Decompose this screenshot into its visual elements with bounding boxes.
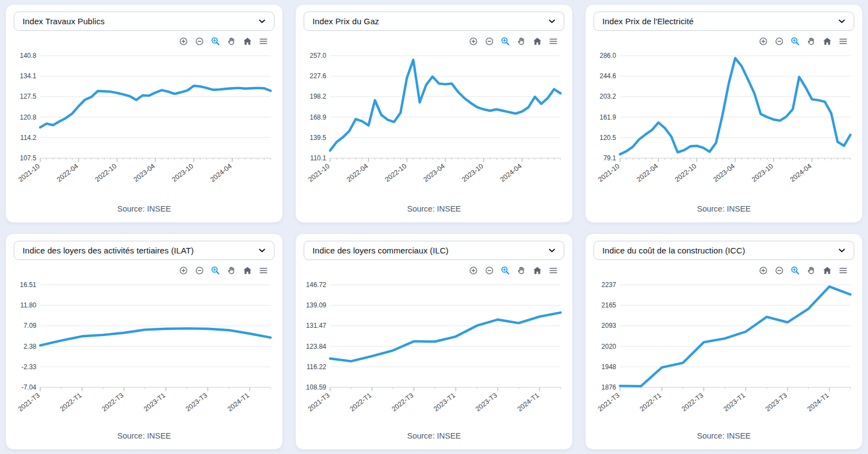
svg-text:2023-T1: 2023-T1 (722, 391, 747, 413)
svg-text:140.8: 140.8 (20, 52, 36, 60)
reset-home-icon[interactable] (532, 36, 543, 47)
svg-text:2165: 2165 (601, 301, 616, 309)
svg-text:286.0: 286.0 (600, 52, 616, 60)
pan-icon[interactable] (516, 265, 527, 276)
source-label: Source: INSEE (304, 204, 564, 215)
svg-text:2022-04: 2022-04 (55, 162, 79, 183)
svg-text:1876: 1876 (601, 383, 616, 391)
svg-text:7.09: 7.09 (24, 322, 37, 329)
zoom-out-icon[interactable] (194, 36, 205, 47)
svg-text:2023-10: 2023-10 (750, 162, 774, 183)
zoom-in-icon[interactable] (468, 36, 479, 47)
chart-toolbar (594, 36, 849, 47)
chart-card-5: Indice des loyers commerciaux (ILC) 146.… (295, 234, 573, 450)
chart-toolbar (304, 265, 559, 276)
chart-selector[interactable]: Indice du coût de la construction (ICC) (594, 241, 854, 260)
svg-text:2237: 2237 (601, 281, 616, 289)
line-chart[interactable]: 2237216520932020194818762021-T32022-T120… (594, 277, 854, 416)
line-chart[interactable]: 16.5111.807.092.38-2.33-7.042021-T32022-… (14, 277, 274, 416)
chart-selector-value: Indice des loyers des activités tertiair… (23, 246, 194, 255)
source-label: Source: INSEE (14, 204, 274, 215)
box-zoom-icon[interactable] (790, 265, 801, 276)
box-zoom-icon[interactable] (790, 36, 801, 47)
zoom-out-icon[interactable] (774, 265, 785, 276)
svg-text:2021-10: 2021-10 (307, 162, 331, 183)
svg-text:2024-T1: 2024-T1 (516, 391, 541, 413)
svg-text:139.5: 139.5 (310, 134, 326, 142)
zoom-in-icon[interactable] (178, 36, 189, 47)
chart-selector-value: Index Prix du Gaz (312, 17, 379, 26)
svg-text:2024-T1: 2024-T1 (806, 391, 831, 413)
svg-text:116.22: 116.22 (306, 363, 326, 371)
svg-text:2022-10: 2022-10 (384, 162, 408, 183)
reset-home-icon[interactable] (822, 36, 833, 47)
pan-icon[interactable] (226, 36, 237, 47)
menu-icon[interactable] (258, 36, 269, 47)
svg-text:2023-04: 2023-04 (132, 162, 157, 183)
menu-icon[interactable] (838, 265, 849, 276)
svg-text:2023-T1: 2023-T1 (142, 391, 167, 413)
chart-selector[interactable]: Indice des loyers commerciaux (ILC) (304, 241, 564, 260)
zoom-out-icon[interactable] (484, 265, 495, 276)
reset-home-icon[interactable] (242, 36, 253, 47)
line-chart[interactable]: 257.0227.6198.2168.9139.5110.12021-10202… (304, 48, 564, 187)
reset-home-icon[interactable] (242, 265, 253, 276)
svg-text:-7.04: -7.04 (21, 383, 37, 391)
menu-icon[interactable] (548, 36, 559, 47)
reset-home-icon[interactable] (532, 265, 543, 276)
svg-text:2022-T3: 2022-T3 (680, 391, 705, 413)
zoom-out-icon[interactable] (484, 36, 495, 47)
chevron-down-icon (548, 17, 556, 25)
chart-selector[interactable]: Index Prix de l'Electricité (594, 12, 854, 31)
chart-card-6: Indice du coût de la construction (ICC) … (585, 234, 862, 450)
svg-text:2024-04: 2024-04 (209, 162, 233, 183)
box-zoom-icon[interactable] (210, 36, 221, 47)
menu-icon[interactable] (258, 265, 269, 276)
pan-icon[interactable] (226, 265, 237, 276)
svg-text:2022-10: 2022-10 (94, 162, 118, 183)
reset-home-icon[interactable] (822, 265, 833, 276)
box-zoom-icon[interactable] (210, 265, 221, 276)
svg-text:2023-T3: 2023-T3 (474, 391, 499, 413)
svg-text:168.9: 168.9 (310, 114, 326, 121)
svg-text:11.80: 11.80 (20, 301, 36, 309)
zoom-in-icon[interactable] (758, 265, 769, 276)
line-chart[interactable]: 146.72139.09131.47123.84116.22108.592021… (304, 277, 564, 416)
svg-text:2022-T1: 2022-T1 (638, 391, 663, 413)
chevron-down-icon (258, 17, 266, 25)
chart-selector[interactable]: Index Travaux Publics (14, 12, 274, 31)
pan-icon[interactable] (806, 265, 817, 276)
source-label: Source: INSEE (304, 431, 564, 442)
svg-text:2022-T3: 2022-T3 (100, 391, 125, 413)
svg-text:2022-04: 2022-04 (635, 162, 659, 183)
svg-text:203.2: 203.2 (600, 93, 616, 100)
chart-toolbar (304, 36, 559, 47)
zoom-in-icon[interactable] (758, 36, 769, 47)
line-chart[interactable]: 140.8134.1127.5120.8114.2107.52021-10202… (14, 48, 274, 187)
chart-selector-value: Indice du coût de la construction (ICC) (602, 246, 745, 255)
line-chart[interactable]: 286.0244.6203.2161.9120.579.12021-102022… (594, 48, 854, 187)
svg-text:2020: 2020 (601, 343, 616, 350)
svg-text:114.2: 114.2 (20, 134, 36, 142)
svg-text:2024-04: 2024-04 (789, 162, 813, 183)
svg-text:1948: 1948 (601, 363, 616, 371)
zoom-in-icon[interactable] (178, 265, 189, 276)
menu-icon[interactable] (838, 36, 849, 47)
chart-selector[interactable]: Indice des loyers des activités tertiair… (14, 241, 274, 260)
svg-text:2023-04: 2023-04 (712, 162, 736, 183)
svg-text:161.9: 161.9 (600, 114, 616, 121)
pan-icon[interactable] (516, 36, 527, 47)
zoom-out-icon[interactable] (774, 36, 785, 47)
source-label: Source: INSEE (594, 431, 854, 442)
pan-icon[interactable] (806, 36, 817, 47)
box-zoom-icon[interactable] (500, 36, 511, 47)
zoom-out-icon[interactable] (194, 265, 205, 276)
svg-text:108.59: 108.59 (306, 383, 326, 391)
svg-text:2021-T3: 2021-T3 (17, 391, 41, 413)
box-zoom-icon[interactable] (500, 265, 511, 276)
menu-icon[interactable] (548, 265, 559, 276)
svg-text:2023-T1: 2023-T1 (432, 391, 457, 413)
svg-text:2024-T1: 2024-T1 (226, 391, 251, 413)
chart-selector[interactable]: Index Prix du Gaz (304, 12, 564, 31)
zoom-in-icon[interactable] (468, 265, 479, 276)
